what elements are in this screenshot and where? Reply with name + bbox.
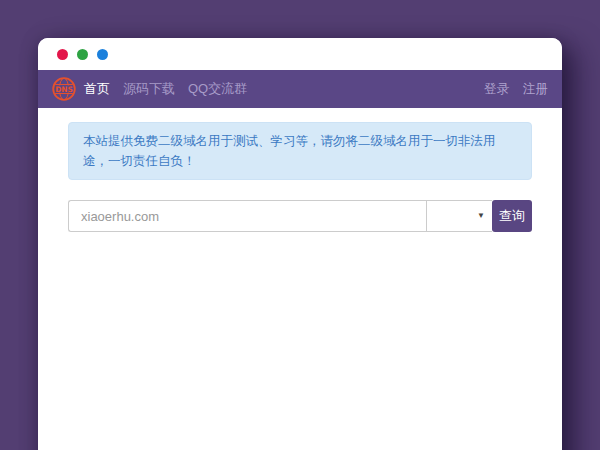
window-close-button[interactable] [57,49,68,60]
info-alert: 本站提供免费二级域名用于测试、学习等，请勿将二级域名用于一切非法用途，一切责任自… [68,122,532,180]
window-titlebar [38,38,562,70]
dns-globe-logo-icon[interactable]: DNS [52,77,76,101]
nav-item-home[interactable]: 首页 [84,80,110,98]
logo-text: DNS [55,85,73,94]
window-maximize-button[interactable] [97,49,108,60]
nav-item-qq-group[interactable]: QQ交流群 [188,80,247,98]
navbar: DNS 首页 源码下载 QQ交流群 登录 注册 [38,70,562,108]
login-link[interactable]: 登录 [484,81,509,98]
register-link[interactable]: 注册 [523,81,548,98]
domain-input[interactable] [68,200,426,232]
browser-window: DNS 首页 源码下载 QQ交流群 登录 注册 本站提供免费二级域名用于测试、学… [38,38,562,450]
chevron-down-icon: ▼ [477,212,485,220]
nav-item-download[interactable]: 源码下载 [123,80,175,98]
domain-search-group: ▼ 查询 [68,200,532,232]
window-minimize-button[interactable] [77,49,88,60]
domain-suffix-select[interactable]: ▼ [426,200,492,232]
query-button[interactable]: 查询 [492,200,532,232]
page-content: 本站提供免费二级域名用于测试、学习等，请勿将二级域名用于一切非法用途，一切责任自… [38,122,562,232]
info-alert-text: 本站提供免费二级域名用于测试、学习等，请勿将二级域名用于一切非法用途，一切责任自… [83,134,496,168]
